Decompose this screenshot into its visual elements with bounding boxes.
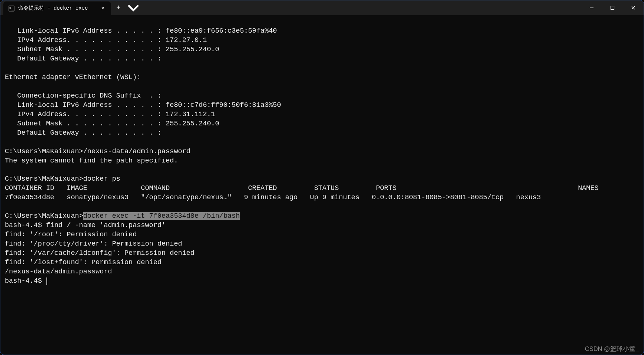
term-line: C:\Users\MaKaixuan>docker ps xyxy=(5,175,120,183)
term-line: Default Gateway . . . . . . . . . : xyxy=(5,55,162,63)
term-line: Default Gateway . . . . . . . . . : xyxy=(5,129,162,137)
term-line: Link-local IPv6 Address . . . . . : fe80… xyxy=(5,27,277,35)
watermark: CSDN @篮球小童_ xyxy=(585,345,639,353)
tab-cmd[interactable]: >_ 命令提示符 - docker exec ✕ xyxy=(3,1,111,15)
term-line: find: '/lost+found': Permission denied xyxy=(5,259,162,266)
cursor-icon xyxy=(46,277,47,285)
new-tab-button[interactable]: + xyxy=(111,0,126,15)
term-line: C:\Users\MaKaixuan>/nexus-data/admin.pas… xyxy=(5,148,191,155)
close-icon xyxy=(631,6,635,10)
svg-rect-1 xyxy=(611,6,614,10)
chevron-down-icon xyxy=(126,0,141,15)
minimize-button[interactable] xyxy=(581,0,602,15)
term-line: Ethernet adapter vEthernet (WSL): xyxy=(5,73,141,81)
term-line: find: '/root': Permission denied xyxy=(5,231,137,239)
term-line: The system cannot find the path specifie… xyxy=(5,157,178,165)
cmd-icon: >_ xyxy=(9,6,14,11)
tab-dropdown-button[interactable] xyxy=(126,0,141,15)
term-line: /nexus-data/admin.password xyxy=(5,268,112,276)
tab-close-button[interactable]: ✕ xyxy=(100,4,106,13)
maximize-icon xyxy=(610,6,615,10)
tab-title: 命令提示符 - docker exec xyxy=(18,5,96,12)
maximize-button[interactable] xyxy=(602,0,623,15)
minimize-icon xyxy=(589,6,594,10)
term-line: find: '/proc/tty/driver': Permission den… xyxy=(5,240,182,248)
term-line: find: '/var/cache/ldconfig': Permission … xyxy=(5,249,195,257)
term-line: IPv4 Address. . . . . . . . . . . : 172.… xyxy=(5,111,215,118)
term-line: IPv4 Address. . . . . . . . . . . : 172.… xyxy=(5,36,207,44)
window-titlebar: >_ 命令提示符 - docker exec ✕ + xyxy=(0,0,644,15)
term-line: Link-local IPv6 Address . . . . . : fe80… xyxy=(5,101,281,109)
term-line: bash-4.4$ find / -name 'admin.password' xyxy=(5,221,166,229)
close-button[interactable] xyxy=(623,0,644,15)
term-line: CONTAINER ID IMAGE COMMAND CREATED STATU… xyxy=(5,184,599,192)
window-buttons xyxy=(581,0,644,15)
term-line: 7f0ea3534d8e sonatype/nexus3 "/opt/sonat… xyxy=(5,194,541,201)
term-prompt: bash-4.4$ xyxy=(5,277,46,285)
selected-text: docker exec -it 7f0ea3534d8e /bin/bash xyxy=(83,212,240,220)
terminal-output[interactable]: Link-local IPv6 Address . . . . . : fe80… xyxy=(0,15,644,355)
term-line: Subnet Mask . . . . . . . . . . . : 255.… xyxy=(5,46,219,53)
term-line: Subnet Mask . . . . . . . . . . . : 255.… xyxy=(5,120,219,128)
term-prompt: C:\Users\MaKaixuan> xyxy=(5,212,83,220)
term-line: Connection-specific DNS Suffix . : xyxy=(5,92,162,100)
